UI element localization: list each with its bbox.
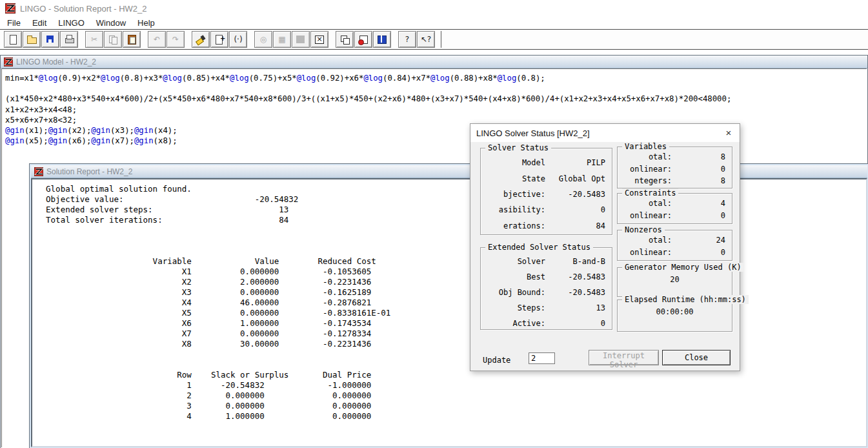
toolbar-gap <box>141 39 148 40</box>
question-mark-icon: ? <box>402 34 413 45</box>
report-line: 3 0.000000 0.000000 <box>36 401 866 411</box>
print-button[interactable] <box>60 31 78 48</box>
status-value: Global Opt <box>545 174 605 183</box>
status-label: onlinear: <box>620 211 672 220</box>
report-line: X2 2.000000 -0.2231436 <box>36 277 866 287</box>
report-line <box>36 349 866 360</box>
x-box-icon <box>314 34 325 45</box>
menu-file[interactable]: File <box>1 18 26 28</box>
dialog-titlebar[interactable]: LINGO Solver Status [HW2_2] × <box>470 124 740 142</box>
solution-report-icon <box>214 34 225 45</box>
printer-icon <box>64 34 75 45</box>
report-line: Row Slack or Surplus Dual Price <box>36 370 866 380</box>
window-clock-icon <box>358 34 369 45</box>
report-line: Extended solver steps: 13 <box>36 205 866 215</box>
runtime-value: 00:00:00 <box>618 307 732 316</box>
toolbar-gap <box>329 39 336 40</box>
solve-flashlight-icon <box>196 34 207 45</box>
status-label: otal: <box>620 236 672 245</box>
status-row: onlinear:0 <box>618 247 732 259</box>
report-line: 2 0.000000 0.000000 <box>36 391 866 401</box>
copy-pages-icon <box>108 34 119 45</box>
report-line <box>36 246 866 256</box>
window-timer-button[interactable] <box>354 31 372 48</box>
paste-clipboard-icon <box>126 34 137 45</box>
status-row: ntegers:8 <box>618 175 732 187</box>
code-line: (x1*450+x2*480+x3*540+x4*600)/2+(x5*450+… <box>5 94 867 104</box>
save-floppy-icon <box>45 34 56 45</box>
paste-button[interactable] <box>123 31 141 48</box>
solve-button[interactable] <box>192 31 210 48</box>
status-label: asibility: <box>483 205 545 214</box>
tile-button[interactable] <box>373 31 391 48</box>
status-label: Model <box>483 158 545 167</box>
lingo-model-icon <box>4 57 13 66</box>
constraints-group: Constraints otal:4onlinear:0 <box>617 193 732 224</box>
toolbar: ✂↶↷(·)◎▦?↖? <box>0 29 868 50</box>
status-value: 4 <box>672 199 725 208</box>
blank-square-button <box>292 31 310 48</box>
matrix-button: ▦ <box>273 31 291 48</box>
report-line: Total solver iterations: 84 <box>36 215 866 225</box>
code-line: x1+x2+x3+x4<48; <box>5 105 867 115</box>
report-content[interactable]: Global optimal solution found. Objective… <box>31 178 867 447</box>
report-line: X8 30.00000 -0.2231436 <box>36 339 866 349</box>
status-value: -20.5483 <box>545 288 605 297</box>
dialog-body: Solver Status ModelPILPStateGlobal Optbj… <box>470 142 740 371</box>
status-label: State <box>483 174 545 183</box>
close-button[interactable]: Close <box>662 350 731 365</box>
status-label: erations: <box>483 221 545 230</box>
status-label: Solver <box>483 257 545 266</box>
status-row: Active:0 <box>481 316 612 331</box>
context-help-button[interactable]: ↖? <box>417 31 435 48</box>
status-label: Steps: <box>483 303 545 312</box>
status-value: 0 <box>545 319 605 328</box>
report-line <box>36 225 866 236</box>
dialog-close-button[interactable]: × <box>718 124 740 142</box>
status-value: 8 <box>672 176 725 185</box>
model-window-titlebar[interactable]: LINGO Model - HW2_2 <box>1 56 867 68</box>
status-value: 0 <box>672 211 725 220</box>
toolbar-gap <box>185 39 192 40</box>
status-row: otal:24 <box>618 234 732 247</box>
new-button[interactable] <box>4 31 22 48</box>
report-line <box>36 360 866 370</box>
mdi-area: LINGO Model - HW2_2 min=x1*@log(0.9)+x2*… <box>0 50 868 448</box>
help-button[interactable]: ? <box>398 31 416 48</box>
solution-report-button[interactable] <box>210 31 228 48</box>
menu-window[interactable]: Window <box>90 18 132 28</box>
status-label: onlinear: <box>620 165 672 174</box>
main-window-titlebar[interactable]: LINGO - Solution Report - HW2_2 <box>0 0 868 17</box>
redo-button: ↷ <box>167 31 185 48</box>
update-interval-input[interactable] <box>529 352 555 364</box>
menu-lingo[interactable]: LINGO <box>52 18 90 28</box>
report-window-titlebar[interactable]: Solution Report - HW2_2 <box>31 165 867 178</box>
parens-dot-icon: (·) <box>233 34 244 45</box>
picture-button[interactable]: (·) <box>229 31 247 48</box>
status-row: asibility:0 <box>481 202 612 218</box>
status-label: onlinear: <box>620 248 672 257</box>
status-row: SolverB-and-B <box>481 254 612 269</box>
status-row: Steps:13 <box>481 300 612 316</box>
extended-solver-status-group: Extended Solver Status SolverB-and-BBest… <box>480 247 612 330</box>
status-row: bjective:-20.5483 <box>481 187 612 202</box>
report-line: Objective value: -20.54832 <box>36 194 866 205</box>
menu-help[interactable]: Help <box>132 18 161 28</box>
lingo-report-icon <box>34 167 43 176</box>
status-row: onlinear:0 <box>618 163 732 176</box>
status-row: onlinear:0 <box>618 210 732 222</box>
close-all-button[interactable] <box>310 31 328 48</box>
status-row: Obj Bound:-20.5483 <box>481 285 612 300</box>
solver-status-group: Solver Status ModelPILPStateGlobal Optbj… <box>480 148 612 235</box>
menubar: FileEditLINGOWindowHelp <box>0 17 868 29</box>
group-legend: Solver Status <box>485 143 551 152</box>
status-value: 13 <box>545 303 605 312</box>
variables-group: Variables otal:8onlinear:0ntegers:8 <box>617 147 732 188</box>
report-line: X7 0.000000 -0.1278334 <box>36 329 866 339</box>
cascade-button[interactable] <box>336 31 354 48</box>
menu-edit[interactable]: Edit <box>26 18 52 28</box>
code-line: min=x1*@log(0.9)+x2*@log(0.8)+x3*@log(0.… <box>5 73 867 83</box>
save-button[interactable] <box>41 31 59 48</box>
open-button[interactable] <box>23 31 41 48</box>
scissors-icon: ✂ <box>89 34 100 45</box>
